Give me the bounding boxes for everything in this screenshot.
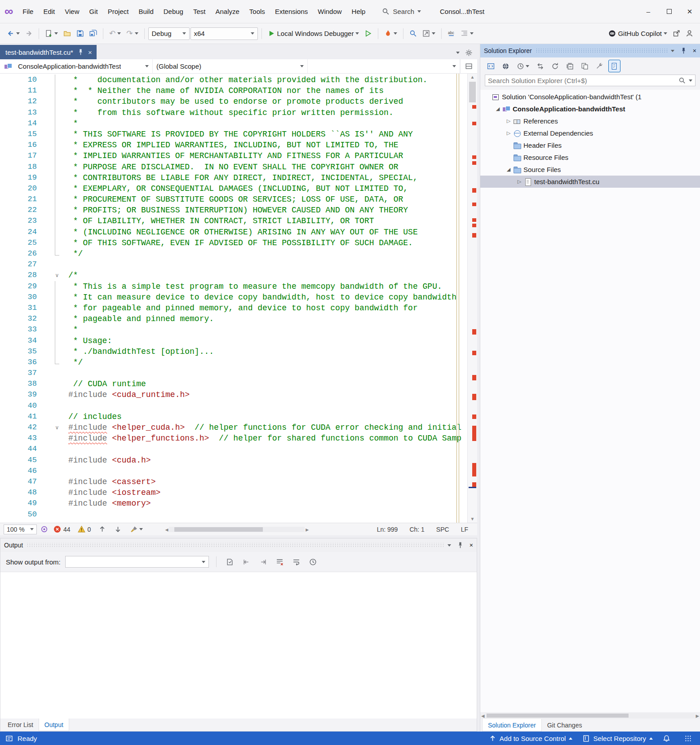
- pin-icon[interactable]: [456, 542, 464, 549]
- find-message-button[interactable]: [224, 555, 236, 569]
- close-icon[interactable]: ×: [470, 542, 473, 549]
- output-source-dropdown[interactable]: [65, 556, 209, 568]
- notifications-bell-icon[interactable]: [663, 735, 670, 742]
- start-without-debugging-button[interactable]: [362, 27, 374, 40]
- search-icon[interactable]: [678, 77, 686, 84]
- menu-project[interactable]: Project: [103, 4, 134, 18]
- document-tab[interactable]: test-bandwidthTest.cu* ×: [0, 45, 97, 59]
- code-line[interactable]: 36 */: [0, 357, 467, 368]
- line-indicator[interactable]: Ln: 999: [377, 526, 398, 533]
- scroll-left-icon[interactable]: ◂: [165, 526, 168, 533]
- undo-button[interactable]: ↶: [107, 27, 123, 40]
- fold-collapse-icon[interactable]: ∨: [40, 422, 65, 433]
- tree-item[interactable]: Solution 'ConsoleApplication-bandwidthTe…: [480, 91, 700, 103]
- code-cleanup-button[interactable]: [128, 523, 145, 536]
- line-ending-indicator[interactable]: LF: [461, 526, 468, 533]
- github-copilot-button[interactable]: GitHub Copilot: [606, 27, 669, 40]
- preview-selected-items-button[interactable]: [608, 60, 620, 72]
- menu-edit[interactable]: Edit: [38, 4, 60, 18]
- sync-with-active-document-button[interactable]: [534, 60, 546, 72]
- open-file-button[interactable]: [61, 27, 73, 40]
- scroll-right-icon[interactable]: ▸: [696, 712, 699, 720]
- code-line[interactable]: 39#include <cuda_runtime.h>: [0, 389, 467, 400]
- save-all-button[interactable]: [87, 27, 99, 40]
- expand-icon[interactable]: ▷: [505, 118, 513, 124]
- window-position-icon[interactable]: [671, 50, 674, 52]
- code-line[interactable]: 33 *: [0, 324, 467, 335]
- menu-debug[interactable]: Debug: [159, 4, 188, 18]
- code-line[interactable]: 17 * IMPLIED WARRANTIES OF MERCHANTABILI…: [0, 150, 467, 161]
- redo-button[interactable]: ↷: [124, 27, 140, 40]
- previous-issue-button[interactable]: [96, 523, 108, 536]
- next-message-button[interactable]: [257, 555, 269, 569]
- save-button[interactable]: [74, 27, 86, 40]
- code-line[interactable]: 45#include <cuda.h>: [0, 455, 467, 466]
- tab-output[interactable]: Output: [39, 719, 69, 731]
- scroll-thumb[interactable]: [487, 714, 629, 718]
- tree-item[interactable]: Resource Files: [480, 151, 700, 163]
- tree-item[interactable]: ▷test-bandwidthTest.cu: [480, 176, 700, 188]
- active-files-dropdown-icon[interactable]: [456, 52, 460, 54]
- solution-search-input[interactable]: [488, 77, 676, 84]
- next-issue-button[interactable]: [112, 523, 124, 536]
- split-window-button[interactable]: [460, 59, 477, 73]
- menu-build[interactable]: Build: [133, 4, 158, 18]
- tab-git-changes[interactable]: Git Changes: [542, 719, 588, 732]
- code-line[interactable]: 16 * EXPRESS OR IMPLIED WARRANTIES, INCL…: [0, 140, 467, 150]
- share-button[interactable]: [670, 27, 682, 40]
- code-line[interactable]: 42∨#include <helper_cuda.h> // helper fu…: [0, 422, 467, 433]
- code-line[interactable]: 27: [0, 259, 467, 270]
- clear-all-button[interactable]: [274, 555, 286, 569]
- find-in-files-button[interactable]: [407, 27, 419, 40]
- code-line[interactable]: 22 * PROFITS; OR BUSINESS INTERRUPTION) …: [0, 205, 467, 216]
- switch-views-button[interactable]: [485, 60, 497, 72]
- code-line[interactable]: 10 * documentation and/or other material…: [0, 75, 467, 85]
- navigate-backward-button[interactable]: [4, 27, 22, 40]
- solution-platform-dropdown[interactable]: x64: [191, 27, 258, 40]
- navigate-to-button[interactable]: [420, 27, 438, 40]
- menu-view[interactable]: View: [60, 4, 84, 18]
- code-line[interactable]: 13 * from this software without specific…: [0, 107, 467, 118]
- code-line[interactable]: 11 * * Neither the name of NVIDIA CORPOR…: [0, 85, 467, 96]
- code-line[interactable]: 37: [0, 368, 467, 379]
- error-count-button[interactable]: 44: [52, 525, 72, 533]
- code-line[interactable]: 12 * contributors may be used to endorse…: [0, 96, 467, 107]
- solution-explorer-header[interactable]: Solution Explorer ×: [480, 44, 700, 57]
- code-line[interactable]: 50: [0, 509, 467, 520]
- tree-item[interactable]: Header Files: [480, 139, 700, 151]
- code-line[interactable]: 31 * for pageable and pinned memory, and…: [0, 303, 467, 313]
- code-line[interactable]: 35 * ./bandwidthTest [option]...: [0, 346, 467, 357]
- scrollbar-thumb[interactable]: [469, 82, 476, 102]
- spell-checker-button[interactable]: abc: [445, 27, 457, 40]
- code-line[interactable]: 41// includes: [0, 411, 467, 422]
- scroll-left-icon[interactable]: ◂: [481, 712, 485, 720]
- expand-icon[interactable]: ▷: [515, 179, 523, 185]
- start-debugging-button[interactable]: Local Windows Debugger: [266, 27, 362, 40]
- solution-configuration-dropdown[interactable]: Debug: [148, 27, 190, 40]
- pin-icon[interactable]: [680, 47, 687, 55]
- menu-git[interactable]: Git: [84, 4, 103, 18]
- collapse-icon[interactable]: ◢: [505, 167, 513, 172]
- code-line[interactable]: 40: [0, 401, 467, 411]
- timestamp-button[interactable]: [307, 555, 319, 569]
- indent-button[interactable]: [458, 27, 476, 40]
- editor-options-icon[interactable]: [465, 49, 473, 57]
- horizontal-scroll-track[interactable]: [169, 527, 305, 532]
- code-line[interactable]: 29 * This is a simple test program to me…: [0, 281, 467, 292]
- expand-icon[interactable]: ▷: [505, 130, 513, 136]
- fold-collapse-icon[interactable]: ∨: [40, 270, 65, 281]
- code-line[interactable]: 18 * PURPOSE ARE DISCLAIMED. IN NO EVENT…: [0, 162, 467, 172]
- chevron-down-icon[interactable]: [689, 79, 692, 82]
- code-line[interactable]: 34 * Usage:: [0, 335, 467, 346]
- code-editor[interactable]: 10 * documentation and/or other material…: [0, 74, 467, 523]
- background-tasks-icon[interactable]: [5, 735, 13, 742]
- code-line[interactable]: 30 * It can measure device to device cop…: [0, 292, 467, 303]
- close-tab-icon[interactable]: ×: [88, 48, 92, 56]
- code-line[interactable]: 38 // CUDA runtime: [0, 379, 467, 389]
- maximize-button[interactable]: [659, 0, 679, 23]
- tab-error-list[interactable]: Error List: [2, 719, 39, 731]
- code-line[interactable]: 25 * OF THIS SOFTWARE, EVEN IF ADVISED O…: [0, 238, 467, 248]
- code-line[interactable]: 26 */: [0, 248, 467, 259]
- code-line[interactable]: 20 * EXEMPLARY, OR CONSEQUENTIAL DAMAGES…: [0, 183, 467, 194]
- code-line[interactable]: 21 * PROCUREMENT OF SUBSTITUTE GOODS OR …: [0, 194, 467, 205]
